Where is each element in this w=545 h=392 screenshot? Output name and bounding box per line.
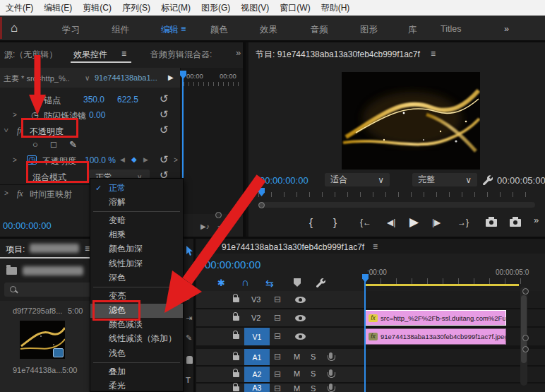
add-keyframe-icon[interactable]: ◆	[131, 155, 137, 163]
timeline-playhead-line[interactable]	[364, 281, 366, 392]
menu-item-edit[interactable]: 编辑(E)	[44, 2, 72, 14]
track-content[interactable]	[365, 367, 545, 382]
tab-sequence[interactable]: 91e744138aba13a30feb4cb999f1ac7f	[222, 242, 364, 252]
lock-icon[interactable]	[233, 372, 239, 377]
step-forward-button[interactable]: |▶	[432, 218, 441, 227]
menu-item-graphics[interactable]: 图形(G)	[201, 2, 230, 14]
mark-out-button[interactable]: }	[333, 216, 337, 228]
settings-wrench-icon[interactable]	[481, 174, 493, 185]
extract-button[interactable]	[510, 219, 521, 227]
work-area-bar[interactable]	[365, 284, 519, 286]
ec-timecode[interactable]: 00:00:00:00	[3, 220, 52, 231]
scrollbar-knob[interactable]	[232, 212, 239, 218]
track-content[interactable]	[365, 384, 545, 392]
go-to-in-button[interactable]: {←	[360, 218, 371, 227]
workspace-tab-titles[interactable]: Titles	[441, 24, 461, 34]
antiflicker-value[interactable]: 0.00	[89, 110, 105, 120]
scrollbar-knob[interactable]	[215, 212, 222, 218]
workspace-tab-assembly[interactable]: 组件	[112, 24, 129, 36]
tab-audio-clip-mixer[interactable]: 音频剪辑混合器:	[150, 49, 212, 61]
timeline-ruler[interactable]	[365, 278, 534, 284]
reset-icon[interactable]: ↺	[160, 95, 169, 103]
scrollbar-knob[interactable]	[258, 202, 265, 208]
menu-item-markers[interactable]: 标记(M)	[161, 2, 191, 14]
scrollbar-knob[interactable]	[522, 335, 529, 341]
home-icon[interactable]: ⌂	[11, 21, 18, 35]
selection-tool[interactable]	[186, 246, 193, 256]
mark-in-button[interactable]: {	[309, 216, 313, 228]
hand-tool[interactable]	[186, 356, 193, 364]
play-icon[interactable]: ▶	[168, 73, 174, 81]
track-output-icon[interactable]: ⊟	[274, 352, 281, 362]
tab-effect-controls[interactable]: 效果控件	[73, 49, 107, 61]
workspace-tab-editing[interactable]: 编辑	[161, 24, 179, 36]
sequence-clip-label[interactable]: 91e744138aba1...	[95, 73, 157, 82]
workspace-tab-effects[interactable]: 效果	[260, 24, 277, 36]
menu-item-help[interactable]: 帮助(H)	[321, 2, 350, 14]
timeline-timecode[interactable]: 00:00:00:00	[205, 259, 260, 271]
lock-icon[interactable]	[233, 355, 239, 360]
track-output-icon[interactable]: ⊟	[274, 369, 281, 379]
chevron-right-icon[interactable]: >	[13, 111, 17, 119]
step-back-button[interactable]: ◀|	[387, 218, 395, 227]
tab-program-monitor[interactable]: 节目: 91e744138aba13a30feb4cb999f1ac7f	[256, 49, 420, 61]
snap-magnet-icon[interactable]: ∩	[241, 276, 249, 288]
transport-overflow-icon[interactable]: »	[534, 215, 539, 225]
scrollbar-knob[interactable]	[522, 346, 529, 352]
add-marker-icon[interactable]	[294, 278, 301, 287]
panel-overflow-icon[interactable]: »	[236, 47, 241, 58]
lock-icon[interactable]	[233, 316, 239, 321]
workspace-overflow-icon[interactable]: »	[504, 24, 509, 34]
tab-source-monitor[interactable]: 源:（无剪辑）	[4, 49, 57, 61]
ripple-edit-tool[interactable]: ⇥	[186, 314, 192, 323]
nest-sequence-icon[interactable]: ✱	[217, 278, 225, 288]
tab-project[interactable]: 项目:	[6, 244, 25, 256]
track-target-chip[interactable]: V1	[244, 328, 270, 345]
track-output-icon[interactable]: ⊟	[274, 331, 281, 341]
track-name[interactable]: V2	[251, 314, 260, 322]
voiceover-mic-icon[interactable]	[329, 384, 333, 390]
dropdown-item-darken[interactable]: 变暗	[90, 213, 183, 227]
track-target-chip[interactable]: A2	[244, 367, 270, 382]
program-menu-icon[interactable]: ≡	[431, 49, 436, 59]
solo-button[interactable]: S	[311, 352, 316, 361]
go-to-out-button[interactable]: →}	[457, 218, 469, 227]
timeline-settings-wrench-icon[interactable]	[315, 277, 325, 287]
dropdown-item-overlay[interactable]: 叠加	[90, 364, 183, 379]
reset-icon[interactable]: ↺	[160, 110, 169, 119]
workspace-tab-graphics[interactable]: 图形	[360, 24, 378, 36]
effect-controls-menu-icon[interactable]: ≡	[121, 49, 126, 59]
rect-mask-icon[interactable]: □	[51, 139, 56, 150]
menu-item-window[interactable]: 窗口(W)	[280, 2, 310, 14]
track-content[interactable]	[365, 291, 545, 308]
program-timecode[interactable]: 00:00:00:00	[260, 175, 309, 186]
program-scrollbar[interactable]	[258, 202, 535, 208]
next-keyframe-icon[interactable]: ▶	[143, 156, 148, 163]
dropdown-item-multiply[interactable]: 相乘	[90, 228, 183, 242]
playback-quality-select[interactable]: 完整 ∨	[412, 173, 477, 186]
dropdown-item-dissolve[interactable]: 溶解	[90, 195, 183, 209]
track-name[interactable]: V3	[251, 295, 260, 304]
pen-mask-icon[interactable]: ✎	[69, 139, 77, 150]
reset-icon[interactable]: ↺	[160, 126, 169, 134]
clip-v2-selected[interactable]: fx src=http_%2F%2Fb-ssl.duitang.com%2Fu	[365, 310, 506, 326]
ellipse-mask-icon[interactable]: ○	[32, 139, 38, 150]
solo-button[interactable]: S	[311, 384, 316, 392]
mute-button[interactable]: M	[294, 369, 300, 378]
clip-v1[interactable]: fx 91e744138aba13a30feb4cb999f1ac7f.jpeg	[365, 328, 506, 345]
timeline-menu-icon[interactable]: ≡	[373, 242, 378, 251]
track-target-chip[interactable]: A3	[244, 384, 270, 392]
workspace-tab-audio[interactable]: 音频	[311, 24, 328, 36]
dropdown-item-color-burn[interactable]: 颜色加深	[90, 242, 183, 256]
dropdown-item-darker-color[interactable]: 深色	[90, 271, 183, 285]
toggle-track-visibility-icon[interactable]	[295, 333, 306, 340]
workspace-tab-learn[interactable]: 学习	[62, 24, 80, 36]
menu-item-sequence[interactable]: 序列(S)	[122, 2, 150, 14]
lock-icon[interactable]	[233, 334, 239, 339]
track-content[interactable]	[365, 349, 545, 365]
opacity-value[interactable]: 100.0 %	[85, 155, 116, 165]
folder-icon[interactable]	[6, 267, 17, 275]
toggle-track-visibility-icon[interactable]	[295, 297, 306, 303]
lock-icon[interactable]	[233, 386, 239, 391]
export-icon[interactable]: ⇥	[217, 222, 223, 230]
